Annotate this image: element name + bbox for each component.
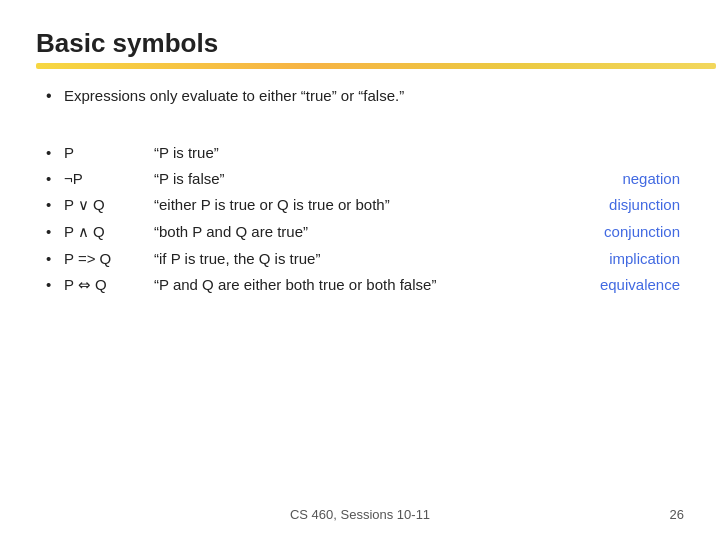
symbol-row-1: •¬P“P is false”negation — [46, 170, 684, 187]
sym-bullet-5: • — [46, 276, 64, 293]
sym-name-3: P ∧ Q — [64, 223, 154, 241]
sym-label-4: implication — [574, 250, 684, 267]
sym-desc-4: “if P is true, the Q is true” — [154, 250, 574, 267]
sym-label-1: negation — [574, 170, 684, 187]
slide: Basic symbols • Expressions only evaluat… — [0, 0, 720, 540]
symbols-section: •P“P is true”•¬P“P is false”negation•P ∨… — [46, 144, 684, 294]
sym-desc-3: “both P and Q are true” — [154, 223, 574, 240]
footer-page: 26 — [670, 507, 684, 522]
sym-label-3: conjunction — [574, 223, 684, 240]
symbol-row-2: •P ∨ Q“either P is true or Q is true or … — [46, 196, 684, 214]
symbol-row-3: •P ∧ Q“both P and Q are true”conjunction — [46, 223, 684, 241]
sym-desc-2: “either P is true or Q is true or both” — [154, 196, 574, 213]
sym-bullet-1: • — [46, 170, 64, 187]
sym-desc-1: “P is false” — [154, 170, 574, 187]
sym-label-2: disjunction — [574, 196, 684, 213]
footer: CS 460, Sessions 10-11 — [0, 507, 720, 522]
sym-label-5: equivalence — [574, 276, 684, 293]
intro-text: Expressions only evaluate to either “tru… — [64, 87, 684, 104]
sym-bullet-0: • — [46, 144, 64, 161]
sym-name-1: ¬P — [64, 170, 154, 187]
bullet-section: • Expressions only evaluate to either “t… — [46, 87, 684, 294]
sym-name-2: P ∨ Q — [64, 196, 154, 214]
footer-center: CS 460, Sessions 10-11 — [290, 507, 430, 522]
sym-name-5: P ⇔ Q — [64, 276, 154, 294]
symbol-row-0: •P“P is true” — [46, 144, 684, 161]
title-underline — [36, 63, 716, 69]
sym-name-4: P => Q — [64, 250, 154, 267]
sym-bullet-2: • — [46, 196, 64, 213]
sym-name-0: P — [64, 144, 154, 161]
sym-bullet-4: • — [46, 250, 64, 267]
slide-title: Basic symbols — [36, 28, 684, 59]
intro-bullet: • Expressions only evaluate to either “t… — [46, 87, 684, 104]
intro-bullet-dot: • — [46, 88, 64, 104]
title-section: Basic symbols — [36, 28, 684, 69]
symbol-row-5: •P ⇔ Q“P and Q are either both true or b… — [46, 276, 684, 294]
symbol-row-4: •P => Q“if P is true, the Q is true”impl… — [46, 250, 684, 267]
sym-desc-5: “P and Q are either both true or both fa… — [154, 276, 574, 293]
sym-desc-0: “P is true” — [154, 144, 684, 161]
sym-bullet-3: • — [46, 223, 64, 240]
